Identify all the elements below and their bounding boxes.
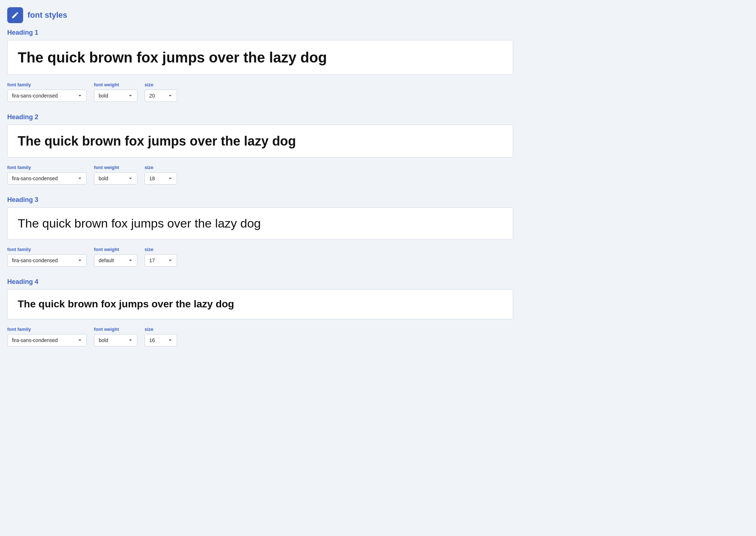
- heading2-font-weight-group: font weightdefaultlightregularboldextra-…: [94, 165, 137, 185]
- heading3-label: Heading 3: [7, 196, 513, 204]
- heading1-font-family-select[interactable]: fira-sans-condensedArialHelveticaGeorgia…: [7, 90, 87, 102]
- section-heading3: Heading 3The quick brown fox jumps over …: [7, 196, 513, 267]
- heading3-preview-box: The quick brown fox jumps over the lazy …: [7, 207, 513, 239]
- heading3-font-family-group: font familyfira-sans-condensedArialHelve…: [7, 247, 87, 267]
- heading3-size-select[interactable]: 14151617181920222428323640: [145, 254, 177, 267]
- heading1-preview-text: The quick brown fox jumps over the lazy …: [18, 49, 327, 66]
- heading4-size-group: size14151617181920222428323640: [145, 327, 177, 346]
- heading3-preview-text: The quick brown fox jumps over the lazy …: [18, 216, 261, 230]
- heading1-size-select[interactable]: 14151617181920222428323640: [145, 90, 177, 102]
- heading4-font-weight-group: font weightdefaultlightregularboldextra-…: [94, 327, 137, 346]
- heading1-controls: font familyfira-sans-condensedArialHelve…: [7, 82, 513, 102]
- heading2-size-select[interactable]: 14151617181920222428323640: [145, 172, 177, 185]
- heading2-label: Heading 2: [7, 113, 513, 121]
- heading4-font-family-select[interactable]: fira-sans-condensedArialHelveticaGeorgia…: [7, 334, 87, 346]
- heading4-preview-box: The quick brown fox jumps over the lazy …: [7, 289, 513, 319]
- sections-container: Heading 1The quick brown fox jumps over …: [7, 29, 513, 346]
- heading2-size-label: size: [145, 165, 177, 170]
- heading4-size-select[interactable]: 14151617181920222428323640: [145, 334, 177, 346]
- heading1-font-family-label: font family: [7, 82, 87, 87]
- heading3-font-weight-label: font weight: [94, 247, 137, 252]
- heading3-size-group: size14151617181920222428323640: [145, 247, 177, 267]
- app-container: font styles Heading 1The quick brown fox…: [7, 7, 513, 346]
- header: font styles: [7, 7, 513, 23]
- heading1-size-label: size: [145, 82, 177, 87]
- heading4-font-weight-label: font weight: [94, 327, 137, 332]
- heading4-controls: font familyfira-sans-condensedArialHelve…: [7, 327, 513, 346]
- heading3-font-weight-group: font weightdefaultlightregularboldextra-…: [94, 247, 137, 267]
- heading4-preview-text: The quick brown fox jumps over the lazy …: [18, 298, 234, 310]
- heading2-preview-box: The quick brown fox jumps over the lazy …: [7, 125, 513, 157]
- edit-button[interactable]: [7, 7, 23, 23]
- heading4-label: Heading 4: [7, 278, 513, 286]
- heading1-font-weight-select[interactable]: defaultlightregularboldextra-bold: [94, 90, 137, 102]
- heading3-font-family-select[interactable]: fira-sans-condensedArialHelveticaGeorgia…: [7, 254, 87, 267]
- heading4-font-family-group: font familyfira-sans-condensedArialHelve…: [7, 327, 87, 346]
- heading1-font-weight-group: font weightdefaultlightregularboldextra-…: [94, 82, 137, 102]
- heading4-font-weight-select[interactable]: defaultlightregularboldextra-bold: [94, 334, 137, 346]
- heading1-size-group: size14151617181920222428323640: [145, 82, 177, 102]
- section-heading4: Heading 4The quick brown fox jumps over …: [7, 278, 513, 346]
- heading3-font-weight-select[interactable]: defaultlightregularboldextra-bold: [94, 254, 137, 267]
- heading2-font-weight-select[interactable]: defaultlightregularboldextra-bold: [94, 172, 137, 185]
- heading1-font-family-group: font familyfira-sans-condensedArialHelve…: [7, 82, 87, 102]
- heading4-size-label: size: [145, 327, 177, 332]
- heading2-font-family-group: font familyfira-sans-condensedArialHelve…: [7, 165, 87, 185]
- heading4-font-family-label: font family: [7, 327, 87, 332]
- heading1-label: Heading 1: [7, 29, 513, 36]
- heading2-controls: font familyfira-sans-condensedArialHelve…: [7, 165, 513, 185]
- heading2-font-weight-label: font weight: [94, 165, 137, 170]
- heading3-size-label: size: [145, 247, 177, 252]
- heading2-font-family-select[interactable]: fira-sans-condensedArialHelveticaGeorgia…: [7, 172, 87, 185]
- pencil-icon: [11, 11, 19, 19]
- heading1-preview-box: The quick brown fox jumps over the lazy …: [7, 40, 513, 75]
- heading2-size-group: size14151617181920222428323640: [145, 165, 177, 185]
- heading1-font-weight-label: font weight: [94, 82, 137, 87]
- app-title: font styles: [27, 10, 67, 20]
- heading3-font-family-label: font family: [7, 247, 87, 252]
- heading2-preview-text: The quick brown fox jumps over the lazy …: [18, 134, 296, 148]
- section-heading1: Heading 1The quick brown fox jumps over …: [7, 29, 513, 102]
- heading3-controls: font familyfira-sans-condensedArialHelve…: [7, 247, 513, 267]
- section-heading2: Heading 2The quick brown fox jumps over …: [7, 113, 513, 185]
- heading2-font-family-label: font family: [7, 165, 87, 170]
